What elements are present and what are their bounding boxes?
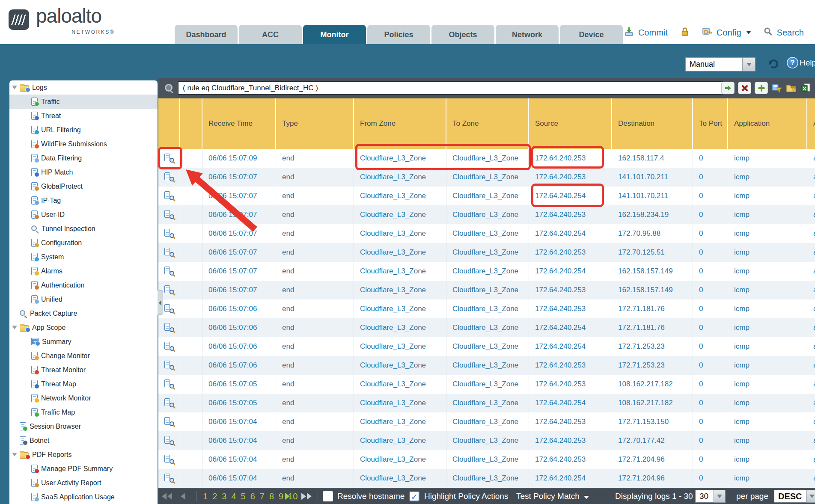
- log-detail-icon[interactable]: [164, 341, 174, 352]
- sidebar-item-user-activity-report[interactable]: User Activity Report: [9, 476, 158, 490]
- table-row[interactable]: 06/06 15:07:09 end Cloudflare_L3_Zone Cl…: [158, 149, 815, 168]
- sidebar-item-wildfire-submissions[interactable]: WildFire Submissions: [9, 137, 158, 151]
- cell-application[interactable]: icmp: [728, 412, 807, 431]
- sidebar-item-logs[interactable]: Logs: [9, 80, 158, 95]
- sidebar-item-globalprotect[interactable]: GlobalProtect: [9, 179, 158, 193]
- cell-to-zone[interactable]: Cloudflare_L3_Zone: [446, 394, 529, 412]
- sidebar-collapse-handle[interactable]: [158, 290, 163, 315]
- cell-destination[interactable]: 172.70.177.42: [612, 431, 693, 450]
- page-number-2[interactable]: 2: [212, 491, 217, 501]
- sidebar-item-pdf-reports[interactable]: PDF Reports: [9, 448, 158, 462]
- sidebar-item-alarms[interactable]: Alarms: [9, 264, 158, 278]
- column-header-to-zone[interactable]: To Zone: [446, 98, 529, 149]
- column-header-type[interactable]: Type: [276, 98, 354, 149]
- log-detail-icon[interactable]: [164, 473, 174, 483]
- cell-destination[interactable]: 172.70.125.51: [612, 243, 693, 262]
- log-detail-icon[interactable]: [164, 417, 174, 427]
- cell-from-zone[interactable]: Cloudflare_L3_Zone: [354, 168, 446, 187]
- search-icon[interactable]: [764, 27, 773, 38]
- commit-icon[interactable]: [624, 27, 634, 39]
- export-to-csv-icon[interactable]: [800, 83, 812, 94]
- config-button[interactable]: Config: [717, 28, 741, 38]
- cell-type[interactable]: end: [276, 412, 354, 431]
- log-detail-icon[interactable]: [164, 247, 174, 258]
- cell-to-zone[interactable]: Cloudflare_L3_Zone: [446, 450, 529, 469]
- tree-expander-icon[interactable]: [12, 453, 17, 457]
- cell-application[interactable]: icmp: [728, 243, 807, 262]
- page-number-6[interactable]: 6: [250, 491, 255, 501]
- add-filter-button[interactable]: [755, 82, 768, 94]
- sidebar-item-change-monitor[interactable]: Change Monitor: [9, 349, 158, 363]
- cell-application[interactable]: icmp: [728, 375, 807, 394]
- sidebar-item-packet-capture[interactable]: Packet Capture: [9, 306, 158, 320]
- log-detail-icon[interactable]: [164, 191, 174, 201]
- cell-application[interactable]: icmp: [728, 149, 807, 168]
- cell-to-zone[interactable]: Cloudflare_L3_Zone: [446, 224, 529, 243]
- table-row[interactable]: 06/06 15:07:04 end Cloudflare_L3_Zone Cl…: [158, 450, 815, 469]
- cell-source[interactable]: 172.64.240.253: [529, 450, 612, 469]
- log-detail-icon[interactable]: [164, 454, 174, 465]
- sidebar-item-authentication[interactable]: Authentication: [9, 278, 158, 292]
- page-size-select[interactable]: 30: [695, 490, 726, 503]
- sidebar-item-unified[interactable]: Unified: [9, 292, 158, 306]
- column-header-receive-time[interactable]: Receive Time: [202, 98, 276, 149]
- sidebar-item-threat[interactable]: Threat: [9, 109, 158, 123]
- table-row[interactable]: 06/06 15:07:04 end Cloudflare_L3_Zone Cl…: [158, 431, 815, 450]
- cell-type[interactable]: end: [276, 450, 354, 469]
- tree-expander-icon[interactable]: [12, 86, 17, 89]
- sidebar-item-tunnel-inspection[interactable]: Tunnel Inspection: [9, 222, 158, 236]
- sidebar-item-session-browser[interactable]: Session Browser: [9, 419, 158, 433]
- apply-filter-button[interactable]: [721, 82, 735, 94]
- table-row[interactable]: 06/06 15:07:07 end Cloudflare_L3_Zone Cl…: [158, 168, 815, 187]
- cell-to-zone[interactable]: Cloudflare_L3_Zone: [446, 281, 529, 299]
- log-detail-icon[interactable]: [164, 153, 174, 163]
- sidebar-item-traffic[interactable]: Traffic: [9, 95, 158, 109]
- first-page-button[interactable]: [162, 493, 172, 500]
- highlight-policy-actions-checkbox[interactable]: [409, 491, 419, 501]
- sidebar-item-system[interactable]: System: [9, 250, 158, 264]
- config-icon[interactable]: [702, 27, 712, 39]
- log-detail-button[interactable]: [158, 394, 180, 412]
- page-number-9[interactable]: 9: [279, 491, 283, 501]
- log-filter-input[interactable]: [178, 81, 723, 95]
- tab-acc[interactable]: ACC: [239, 25, 302, 44]
- cell-to-zone[interactable]: Cloudflare_L3_Zone: [446, 356, 529, 375]
- cell-from-zone[interactable]: Cloudflare_L3_Zone: [354, 394, 446, 412]
- cell-from-zone[interactable]: Cloudflare_L3_Zone: [354, 356, 446, 375]
- cell-application[interactable]: icmp: [728, 318, 807, 337]
- tree-expander-icon[interactable]: [12, 326, 17, 329]
- log-detail-icon[interactable]: [164, 398, 174, 408]
- cell-destination[interactable]: 172.71.253.23: [612, 337, 693, 356]
- log-detail-icon[interactable]: [164, 266, 174, 276]
- cell-source[interactable]: 172.64.240.254: [529, 224, 612, 243]
- table-row[interactable]: 06/06 15:07:06 end Cloudflare_L3_Zone Cl…: [158, 318, 815, 337]
- column-header-application[interactable]: Application: [728, 98, 807, 149]
- next-page-button[interactable]: [285, 493, 290, 500]
- cell-from-zone[interactable]: Cloudflare_L3_Zone: [354, 450, 446, 469]
- log-detail-button[interactable]: [158, 149, 180, 168]
- refresh-mode-dropdown-button[interactable]: [742, 58, 755, 71]
- cell-destination[interactable]: 162.158.117.4: [612, 149, 693, 168]
- cell-source[interactable]: 172.64.240.254: [529, 262, 612, 281]
- cell-from-zone[interactable]: Cloudflare_L3_Zone: [354, 375, 446, 394]
- cell-from-zone[interactable]: Cloudflare_L3_Zone: [354, 205, 446, 224]
- table-row[interactable]: 06/06 15:07:06 end Cloudflare_L3_Zone Cl…: [158, 337, 815, 356]
- sidebar-item-network-monitor[interactable]: Network Monitor: [9, 391, 158, 405]
- sidebar-item-summary[interactable]: Summary: [9, 335, 158, 349]
- table-row[interactable]: 06/06 15:07:07 end Cloudflare_L3_Zone Cl…: [158, 262, 815, 281]
- cell-application[interactable]: icmp: [728, 431, 807, 450]
- log-detail-button[interactable]: [158, 431, 180, 450]
- log-detail-icon[interactable]: [164, 172, 174, 182]
- cell-destination[interactable]: 172.71.181.76: [612, 299, 693, 318]
- cell-from-zone[interactable]: Cloudflare_L3_Zone: [354, 299, 446, 318]
- cell-destination[interactable]: 108.162.217.182: [612, 375, 693, 394]
- log-detail-button[interactable]: [158, 224, 180, 243]
- page-number-4[interactable]: 4: [231, 491, 236, 501]
- resolve-hostname-checkbox[interactable]: [323, 491, 333, 501]
- sidebar-item-data-filtering[interactable]: Data Filtering: [9, 151, 158, 165]
- cell-from-zone[interactable]: Cloudflare_L3_Zone: [354, 187, 446, 205]
- cell-application[interactable]: icmp: [728, 356, 807, 375]
- log-detail-icon[interactable]: [164, 436, 174, 446]
- cell-application[interactable]: icmp: [728, 205, 807, 224]
- cell-source[interactable]: 172.64.240.254: [529, 394, 612, 412]
